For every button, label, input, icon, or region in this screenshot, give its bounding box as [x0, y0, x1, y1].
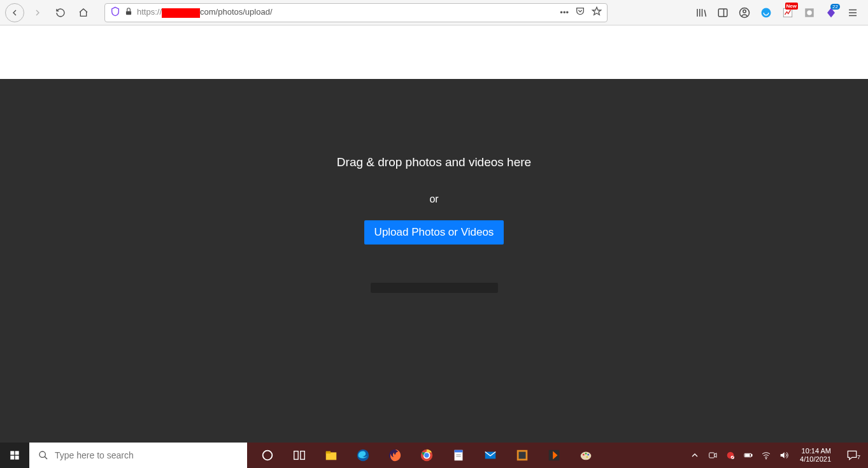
tray-meet-icon[interactable]: [707, 450, 718, 461]
taskbar-search-placeholder: Type here to search: [55, 450, 134, 460]
home-button[interactable]: [74, 3, 93, 22]
upload-or-text: or: [429, 194, 438, 205]
upload-dropzone[interactable]: Drag & drop photos and videos here or Up…: [0, 79, 868, 443]
windows-taskbar: Type here to search 10:14 AM 4/10/2021 7: [0, 443, 868, 468]
svg-rect-20: [301, 451, 304, 460]
action-center-icon[interactable]: 7: [841, 449, 863, 462]
tray-security-icon[interactable]: [725, 450, 736, 461]
tracking-shield-icon[interactable]: [110, 6, 120, 18]
pocket-icon[interactable]: [575, 6, 585, 18]
svg-line-17: [45, 457, 47, 459]
svg-point-5: [762, 8, 771, 17]
task-view-icon[interactable]: [290, 446, 308, 464]
url-redacted-host: xxxxxxx: [162, 8, 200, 18]
browser-toolbar: https://xxxxxxxcom/photos/upload/ ••• Ne: [0, 0, 868, 25]
upload-shadow-strip: [371, 283, 498, 293]
svg-rect-14: [10, 456, 14, 460]
svg-rect-41: [709, 453, 715, 458]
vm-icon[interactable]: [513, 446, 531, 464]
tray-battery-icon[interactable]: [743, 450, 754, 461]
svg-point-18: [263, 451, 273, 460]
cortana-icon[interactable]: [259, 446, 276, 464]
page-header-whitespace: [0, 25, 868, 79]
page-viewport: Drag & drop photos and videos here or Up…: [0, 25, 868, 443]
forward-button[interactable]: [28, 3, 47, 22]
clock-date: 4/10/2021: [800, 455, 831, 464]
account-icon[interactable]: [738, 6, 751, 19]
upload-button[interactable]: Upload Photos or Videos: [364, 220, 504, 245]
system-tray: 10:14 AM 4/10/2021 7: [684, 443, 868, 468]
paint-icon[interactable]: [577, 446, 595, 464]
extension-save-icon[interactable]: New: [781, 6, 794, 19]
taskbar-pinned-apps: [247, 443, 606, 468]
url-path: com/photos/upload/: [200, 7, 272, 17]
svg-point-40: [586, 456, 588, 458]
extension-blue-icon[interactable]: [760, 6, 772, 19]
upload-instruction-text: Drag & drop photos and videos here: [337, 155, 531, 169]
extension-purple-icon[interactable]: 22: [825, 6, 837, 19]
svg-point-4: [743, 10, 746, 13]
page-actions-icon[interactable]: •••: [560, 8, 569, 17]
tray-chevron-icon[interactable]: [689, 450, 701, 461]
svg-rect-29: [455, 450, 463, 453]
url-scheme: https://: [137, 7, 162, 17]
svg-point-16: [39, 451, 45, 457]
edge-icon[interactable]: [354, 446, 372, 464]
reload-button[interactable]: [51, 3, 70, 22]
extension-grey-icon[interactable]: [803, 6, 816, 19]
svg-rect-34: [519, 452, 526, 459]
tray-volume-icon[interactable]: [778, 450, 790, 461]
lock-icon: [124, 7, 133, 18]
taskbar-search[interactable]: Type here to search: [29, 443, 247, 468]
svg-rect-47: [745, 455, 750, 457]
bookmark-star-icon[interactable]: [592, 6, 602, 18]
address-bar[interactable]: https://xxxxxxxcom/photos/upload/ •••: [104, 3, 608, 22]
svg-rect-0: [126, 11, 131, 15]
notification-count: 7: [857, 454, 860, 460]
svg-point-39: [587, 454, 589, 456]
svg-rect-1: [718, 9, 727, 17]
svg-rect-15: [15, 456, 19, 460]
app-orange-icon[interactable]: [545, 446, 563, 464]
library-icon[interactable]: [695, 6, 708, 19]
file-explorer-icon[interactable]: [322, 446, 340, 464]
start-button[interactable]: [0, 443, 29, 468]
svg-rect-19: [294, 451, 298, 460]
chrome-icon[interactable]: [418, 446, 436, 464]
back-button[interactable]: [5, 3, 24, 22]
taskbar-clock[interactable]: 10:14 AM 4/10/2021: [796, 447, 835, 464]
firefox-icon[interactable]: [386, 446, 404, 464]
clock-time: 10:14 AM: [800, 447, 831, 455]
svg-point-37: [583, 454, 585, 456]
tray-wifi-icon[interactable]: [760, 450, 772, 461]
svg-rect-12: [10, 451, 14, 455]
url-text: https://xxxxxxxcom/photos/upload/: [137, 7, 556, 17]
svg-rect-13: [15, 451, 19, 455]
notepad-icon[interactable]: [450, 446, 467, 464]
svg-rect-22: [326, 451, 331, 454]
svg-rect-46: [751, 455, 752, 457]
svg-point-38: [585, 453, 587, 455]
mail-icon[interactable]: [481, 446, 499, 464]
new-badge: New: [785, 3, 798, 10]
svg-point-48: [765, 458, 766, 459]
browser-toolbar-icons: New 22: [695, 6, 863, 19]
svg-point-8: [807, 10, 812, 15]
sidebar-icon[interactable]: [716, 6, 729, 19]
count-badge: 22: [830, 4, 840, 10]
hamburger-menu-icon[interactable]: [846, 6, 859, 19]
